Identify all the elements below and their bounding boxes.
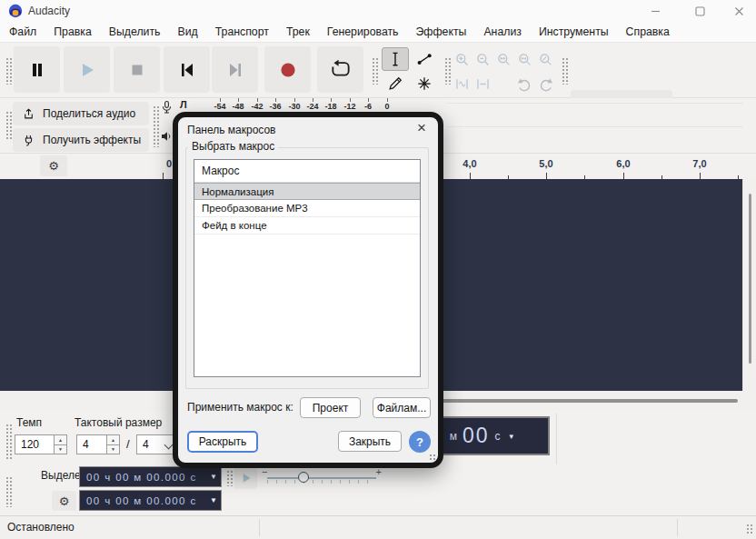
skip-to-end-icon [224, 59, 246, 81]
menu-item-file[interactable]: Файл [9, 25, 36, 38]
apply-to-project-button[interactable]: Проект [300, 397, 361, 418]
zoom-in-button[interactable] [452, 48, 472, 70]
multi-tool-button[interactable] [411, 72, 438, 95]
expand-button[interactable]: Раскрыть [187, 431, 258, 453]
play-at-speed-button[interactable] [234, 466, 257, 489]
get-effects-button[interactable]: Получить эффекты [13, 128, 149, 152]
skip-to-start-icon [176, 59, 198, 81]
meter-divider [447, 103, 743, 104]
status-bar: Остановлено [0, 515, 756, 539]
macros-list: Макрос Нормализация Преобразование MP3 Ф… [194, 159, 421, 377]
maximize-button[interactable] [686, 4, 713, 18]
macro-list-item[interactable]: Преобразование MP3 [194, 200, 420, 217]
zoom-fit-button[interactable] [514, 48, 534, 70]
pause-button[interactable] [14, 46, 60, 93]
selection-toolbar-drag-handle[interactable] [5, 476, 12, 507]
transport-toolbar-drag-handle[interactable] [5, 57, 12, 85]
zoom-out-button[interactable] [472, 48, 492, 70]
record-icon [277, 59, 299, 81]
dialog-title: Панель макросов [187, 124, 276, 136]
redo-button[interactable] [535, 73, 555, 95]
macro-list-item[interactable]: Фейд в конце [194, 217, 420, 235]
tools-toolbar-drag-handle[interactable] [372, 57, 378, 85]
spin-up-icon[interactable]: ▲ [55, 434, 67, 445]
vertical-scrollbar[interactable] [742, 179, 756, 391]
apply-macro-label: Применить макрос к: [187, 401, 293, 414]
meter-toolbar-drag-handle[interactable] [153, 105, 159, 147]
spin-up-icon[interactable]: ▲ [107, 434, 120, 445]
slider-track[interactable] [267, 477, 376, 479]
edit-toolbar-drag-handle[interactable] [444, 57, 451, 85]
field-caret-icon[interactable]: ▼ [210, 473, 217, 481]
menu-item-analyze[interactable]: Анализ [483, 25, 522, 38]
time-signature-upper-input[interactable]: 4 [76, 434, 107, 454]
record-button[interactable] [264, 46, 311, 93]
menu-item-view[interactable]: Вид [178, 25, 198, 38]
slider-ticks [267, 480, 376, 484]
apply-to-files-button[interactable]: Файлам... [373, 397, 431, 418]
skip-to-end-button[interactable] [212, 46, 258, 93]
zoom-out-icon [474, 51, 492, 68]
draw-tool-button[interactable] [382, 72, 409, 95]
dialog-resize-grip[interactable] [429, 454, 436, 461]
menu-item-tools[interactable]: Инструменты [539, 25, 609, 38]
speed-toolbar-drag-handle[interactable] [226, 470, 233, 486]
time-signature-upper-stepper[interactable]: ▲ ▼ [107, 434, 120, 454]
zoom-toggle-button[interactable] [535, 48, 555, 70]
close-button[interactable] [725, 4, 752, 18]
selection-end-field[interactable]: 00 ч 00 м 00.000 с ▼ [79, 490, 222, 511]
zoom-toggle-icon [537, 51, 554, 68]
silence-audio-button[interactable] [472, 73, 492, 95]
window-resize-grip[interactable] [746, 524, 753, 534]
menu-item-generate[interactable]: Генерировать [327, 25, 399, 38]
status-divider [677, 519, 678, 536]
share-toolbar-drag-handle[interactable] [5, 111, 12, 140]
tempo-stepper[interactable]: ▲ ▼ [55, 434, 67, 454]
time-signature-toolbar-drag-handle[interactable] [5, 424, 12, 460]
menu-item-effects[interactable]: Эффекты [416, 25, 467, 38]
menu-item-tracks[interactable]: Трек [286, 25, 310, 38]
slider-thumb[interactable] [298, 472, 309, 483]
menu-item-select[interactable]: Выделить [109, 25, 161, 38]
timeline-options-button[interactable]: ⚙ [40, 155, 67, 176]
ruler-label: 6,0 [616, 158, 630, 169]
tempo-input[interactable]: 120 [15, 434, 55, 454]
stop-button[interactable] [114, 46, 160, 93]
trim-audio-icon [453, 75, 471, 93]
share-upload-icon [22, 107, 35, 121]
zoom-selection-icon [495, 51, 512, 68]
selection-tool-button[interactable] [382, 47, 409, 71]
dialog-close-action-button[interactable]: Закрыть [338, 431, 402, 452]
zoom-selection-button[interactable] [493, 48, 513, 70]
vertical-scrollbar-thumb[interactable] [749, 194, 751, 364]
skip-to-start-button[interactable] [164, 46, 210, 93]
field-caret-icon[interactable]: ▼ [210, 496, 217, 504]
macros-list-header[interactable]: Макрос [194, 160, 420, 183]
envelope-tool-button[interactable] [411, 47, 438, 71]
record-meter-mic-icon [160, 100, 174, 116]
loop-button[interactable] [317, 46, 363, 93]
meter-divider [447, 126, 743, 127]
time-format-caret-icon[interactable]: ▾ [509, 432, 513, 441]
loop-icon [329, 58, 353, 82]
menu-item-edit[interactable]: Правка [54, 25, 92, 38]
selection-start-field[interactable]: 00 ч 00 м 00.000 с ▼ [79, 466, 222, 487]
main-toolbar: ▾ Настройки аудио [0, 43, 756, 98]
macro-list-item[interactable]: Нормализация [194, 183, 420, 200]
spin-down-icon[interactable]: ▼ [107, 445, 120, 455]
share-audio-button[interactable]: Поделиться аудио [13, 102, 149, 125]
share-audio-label: Поделиться аудио [43, 107, 135, 120]
playback-speed-slider[interactable]: − + [262, 466, 382, 490]
minimize-button[interactable] [642, 4, 669, 18]
selection-options-button[interactable]: ⚙ [52, 491, 76, 511]
help-button[interactable]: ? [409, 431, 431, 453]
gear-icon: ⚙ [59, 494, 70, 508]
menu-item-help[interactable]: Справка [626, 25, 670, 38]
dialog-close-button[interactable]: × [413, 119, 430, 137]
play-button[interactable] [64, 46, 110, 93]
undo-button[interactable] [514, 73, 534, 95]
spin-down-icon[interactable]: ▼ [55, 445, 67, 455]
trim-audio-button[interactable] [452, 73, 472, 95]
menu-item-transport[interactable]: Транспорт [215, 25, 269, 38]
audio-setup-toolbar-drag-handle[interactable] [562, 57, 568, 85]
